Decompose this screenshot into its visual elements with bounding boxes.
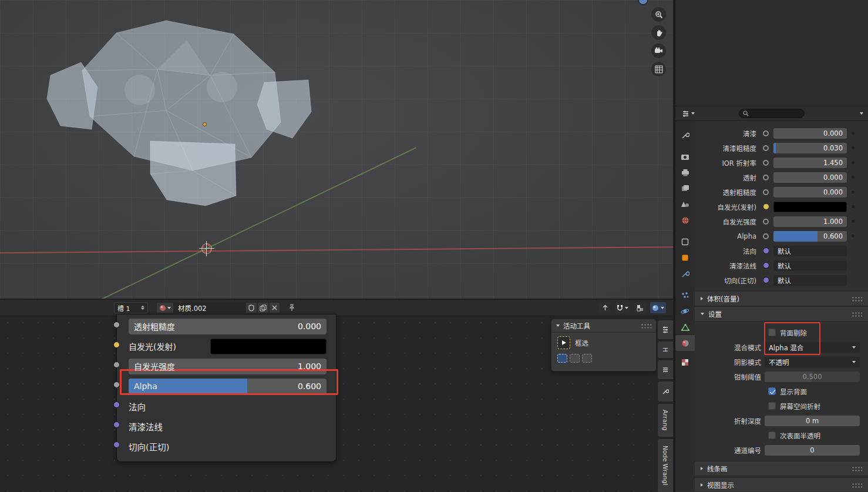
tab-h[interactable]: H — [657, 341, 673, 359]
tab-modifiers[interactable] — [675, 266, 695, 282]
tab-view-layer[interactable] — [675, 180, 695, 196]
active-tool-panel[interactable]: 活动工具 框选 — [551, 319, 657, 371]
decorator-dot[interactable] — [852, 146, 854, 149]
decorator-dot[interactable] — [852, 176, 854, 179]
principled-bsdf-node[interactable]: 透射粗糙度 0.000 自发光(发射) 自发光强度 1.000 Alpha 0.… — [116, 314, 337, 462]
shader-node-editor[interactable]: 槽 1 材质.002 — [0, 300, 673, 492]
emission-color-swatch[interactable] — [773, 202, 847, 212]
subsurface-translucency-checkbox[interactable] — [768, 431, 776, 439]
suzanne-monkey-mesh[interactable] — [46, 16, 322, 210]
box-select-tool-icon[interactable] — [557, 336, 570, 349]
panel-grip-icon[interactable] — [641, 323, 651, 329]
tab-render[interactable] — [675, 149, 695, 165]
transmission-roughness-slider[interactable]: 透射粗糙度 0.000 — [129, 319, 327, 334]
refraction-depth-field[interactable]: 0 m — [765, 416, 860, 426]
material-slot-select[interactable]: 槽 1 — [114, 302, 148, 313]
select-mode-new-button[interactable] — [557, 354, 567, 363]
overlays-button[interactable] — [634, 302, 646, 313]
shadow-mode-dropdown[interactable]: 不透明 — [765, 357, 860, 367]
ior-slider[interactable]: 1.450 — [773, 158, 847, 168]
tangent-default-field[interactable]: 默认 — [773, 275, 847, 286]
decorator-dot[interactable] — [852, 220, 854, 223]
transmission-slider[interactable]: 0.000 — [773, 172, 847, 183]
tab-object-data[interactable] — [675, 319, 695, 335]
tab-tool[interactable] — [675, 127, 695, 143]
decorator-dot[interactable] — [852, 190, 854, 193]
browse-material-button[interactable] — [156, 302, 174, 313]
tab-object[interactable] — [675, 250, 695, 266]
emission-strength-slider[interactable]: 1.000 — [773, 216, 847, 227]
chevron-down-icon — [691, 112, 695, 115]
section-volume[interactable]: 体积(音量) — [695, 291, 868, 306]
tab-collection[interactable] — [675, 234, 695, 250]
tab-tool[interactable] — [657, 381, 673, 402]
parent-up-button[interactable] — [599, 302, 611, 313]
pan-button[interactable] — [651, 25, 666, 40]
input-socket-icon[interactable] — [763, 189, 769, 195]
fake-user-shield-button[interactable] — [245, 302, 257, 313]
panel-grip-icon[interactable] — [852, 312, 862, 317]
tab-texture[interactable] — [675, 354, 695, 370]
filter-button[interactable] — [860, 112, 863, 115]
input-socket-icon[interactable] — [763, 233, 769, 239]
editor-type-button[interactable] — [680, 108, 697, 119]
panel-grip-icon[interactable] — [852, 466, 862, 471]
pin-button[interactable] — [286, 302, 298, 313]
input-socket-icon[interactable] — [763, 175, 769, 180]
input-socket-icon[interactable] — [763, 145, 769, 151]
zoom-button[interactable] — [651, 7, 666, 22]
snapping-button[interactable] — [615, 302, 630, 313]
tab-output[interactable] — [675, 165, 695, 180]
tab-node-wrangler[interactable]: Node Wrangl — [657, 439, 673, 492]
3d-viewport[interactable] — [0, 0, 673, 299]
blend-mode-dropdown[interactable]: Alpha 混合 — [765, 342, 860, 353]
screen-space-refraction-checkbox[interactable] — [768, 402, 776, 410]
tab-physics[interactable] — [675, 303, 695, 319]
unlink-material-button[interactable] — [269, 302, 280, 313]
emission-socket-icon[interactable] — [763, 203, 769, 210]
tab-scene[interactable] — [675, 196, 695, 212]
section-settings[interactable]: 设置 — [695, 306, 868, 322]
section-line-art[interactable]: 线条画 — [695, 461, 868, 476]
clearcoat-normal-default-field[interactable]: 默认 — [773, 260, 847, 271]
tab-item[interactable] — [657, 320, 673, 340]
input-socket-icon[interactable] — [763, 160, 769, 166]
camera-view-button[interactable] — [651, 43, 666, 58]
panel-grip-icon[interactable] — [852, 483, 862, 488]
select-mode-extend-button[interactable] — [570, 354, 580, 363]
transmission-roughness-slider[interactable]: 0.000 — [773, 187, 847, 198]
input-socket-icon[interactable] — [763, 130, 769, 136]
decorator-dot[interactable] — [852, 161, 854, 164]
vector-socket-icon[interactable] — [763, 247, 769, 254]
collapse-chevron-icon[interactable] — [556, 324, 560, 327]
decorator-dot[interactable] — [852, 235, 854, 237]
tab-arrange[interactable]: Arrang — [657, 403, 673, 437]
clearcoat-roughness-slider[interactable]: 0.030 — [773, 143, 847, 153]
material-name-field[interactable]: 材质.002 — [174, 302, 245, 313]
clearcoat-slider[interactable]: 0.000 — [773, 128, 847, 139]
emission-strength-slider[interactable]: 自发光强度 1.000 — [129, 359, 327, 374]
duplicate-material-button[interactable] — [257, 302, 269, 313]
tab-view[interactable] — [657, 360, 673, 380]
decorator-dot[interactable] — [852, 132, 854, 135]
alpha-slider[interactable]: 0.600 — [773, 231, 847, 242]
tab-world[interactable] — [675, 212, 695, 228]
show-backface-checkbox[interactable] — [768, 387, 776, 395]
shading-dropdown-button[interactable] — [650, 302, 666, 313]
normal-default-field[interactable]: 默认 — [773, 246, 847, 256]
section-viewport-display[interactable]: 视图显示 — [695, 477, 868, 491]
decorator-dot[interactable] — [852, 205, 854, 208]
input-socket-icon[interactable] — [763, 219, 769, 225]
select-mode-subtract-button[interactable] — [582, 354, 592, 363]
tab-material-active[interactable] — [675, 335, 695, 351]
search-input[interactable] — [739, 109, 805, 118]
tab-particles[interactable] — [675, 287, 695, 303]
panel-grip-icon[interactable] — [852, 296, 862, 302]
vector-socket-icon[interactable] — [763, 277, 769, 283]
pass-index-field[interactable]: 0 — [765, 445, 860, 456]
orthographic-toggle-button[interactable] — [651, 62, 666, 76]
alpha-slider[interactable]: Alpha 0.600 — [129, 379, 327, 394]
vector-socket-icon[interactable] — [763, 262, 769, 269]
backface-culling-checkbox[interactable] — [768, 329, 776, 336]
emission-color-swatch[interactable] — [210, 339, 327, 354]
